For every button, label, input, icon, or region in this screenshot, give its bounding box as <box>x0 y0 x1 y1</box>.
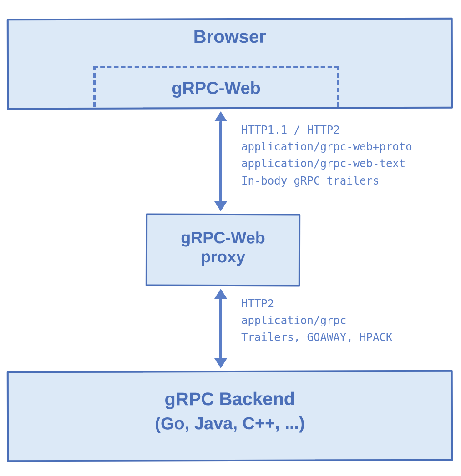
backend-title-line1: gRPC Backend <box>9 388 451 410</box>
annotation-browser-proxy: HTTP1.1 / HTTP2 application/grpc-web+pro… <box>241 122 412 190</box>
proxy-box: gRPC-Web proxy <box>146 214 300 287</box>
arrow-browser-proxy <box>209 111 232 211</box>
arrow-shaft <box>219 121 222 202</box>
arrow-up-icon <box>214 111 227 121</box>
annotation-line: application/grpc-web+proto <box>241 139 412 155</box>
proxy-title-line1: gRPC-Web <box>147 228 299 248</box>
grpc-web-inner-label: gRPC-Web <box>172 79 261 98</box>
arrow-shaft <box>219 298 222 359</box>
annotation-line: In-body gRPC trailers <box>241 173 412 190</box>
annotation-line: application/grpc-web-text <box>241 155 412 172</box>
browser-title: Browser <box>9 26 451 48</box>
arrow-down-icon <box>214 201 227 211</box>
annotation-line: application/grpc <box>241 312 392 329</box>
grpc-web-inner-box: gRPC-Web <box>93 66 339 107</box>
annotation-line: HTTP1.1 / HTTP2 <box>241 122 412 139</box>
arrow-up-icon <box>214 289 227 299</box>
arrow-proxy-backend <box>209 289 232 368</box>
annotation-line: HTTP2 <box>241 296 392 312</box>
arrow-down-icon <box>214 358 227 368</box>
proxy-title-line2: proxy <box>147 247 299 267</box>
backend-title-line2: (Go, Java, C++, ...) <box>9 413 451 434</box>
annotation-proxy-backend: HTTP2 application/grpc Trailers, GOAWAY,… <box>241 296 392 346</box>
backend-box: gRPC Backend (Go, Java, C++, ...) <box>7 370 453 462</box>
annotation-line: Trailers, GOAWAY, HPACK <box>241 329 392 346</box>
